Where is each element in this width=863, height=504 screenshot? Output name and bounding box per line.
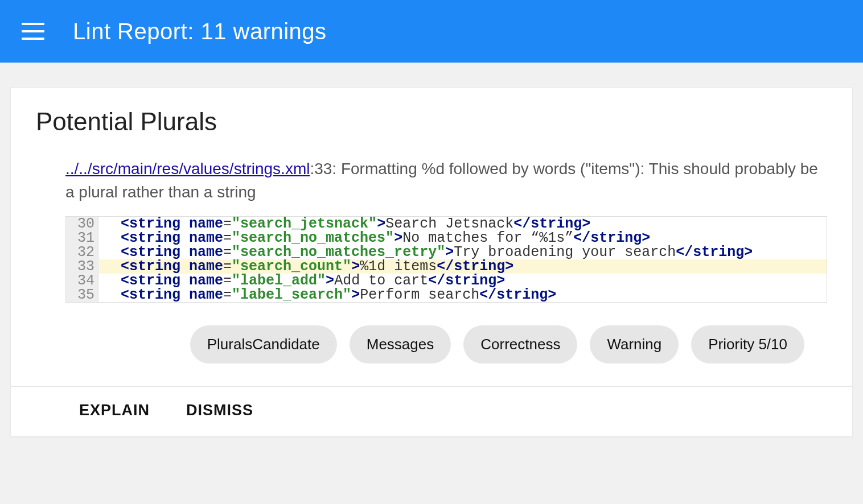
code-content: <string name="search_count">%1d items</s… xyxy=(99,259,513,274)
code-content: <string name="search_no_matches_retry">T… xyxy=(99,245,753,259)
code-line: 34<string name="label_add">Add to cart</… xyxy=(66,274,827,288)
card-title: Potential Plurals xyxy=(36,108,827,136)
menu-icon[interactable] xyxy=(22,23,44,40)
line-number: 33 xyxy=(66,259,99,274)
line-number: 32 xyxy=(66,245,99,259)
tag-chip[interactable]: Messages xyxy=(350,325,451,363)
file-link[interactable]: ../../src/main/res/values/strings.xml xyxy=(65,160,310,177)
card-actions: EXPLAIN DISMISS xyxy=(11,386,852,436)
tag-chip[interactable]: Correctness xyxy=(463,325,577,363)
line-ref: :33: xyxy=(310,160,340,177)
code-line: 33<string name="search_count">%1d items<… xyxy=(66,259,827,274)
lint-message: ../../src/main/res/values/strings.xml:33… xyxy=(36,158,827,204)
tag-chip[interactable]: Warning xyxy=(590,325,679,363)
code-line: 31<string name="search_no_matches">No ma… xyxy=(66,231,827,245)
code-snippet: 30<string name="search_jetsnack">Search … xyxy=(65,216,827,303)
code-line: 32<string name="search_no_matches_retry"… xyxy=(66,245,827,259)
lint-card: Potential Plurals ../../src/main/res/val… xyxy=(10,88,853,437)
code-line: 35<string name="label_search">Perform se… xyxy=(66,288,827,302)
tag-chip[interactable]: Priority 5/10 xyxy=(691,325,804,363)
dismiss-button[interactable]: DISMISS xyxy=(186,402,253,419)
tag-chip[interactable]: PluralsCandidate xyxy=(190,325,337,363)
code-content: <string name="label_search">Perform sear… xyxy=(99,288,556,302)
page-body: Potential Plurals ../../src/main/res/val… xyxy=(0,63,863,437)
code-content: <string name="search_no_matches">No matc… xyxy=(99,231,650,245)
line-number: 34 xyxy=(66,274,99,288)
page-title: Lint Report: 11 warnings xyxy=(73,19,327,44)
line-number: 31 xyxy=(66,231,99,245)
app-header: Lint Report: 11 warnings xyxy=(0,0,863,63)
code-line: 30<string name="search_jetsnack">Search … xyxy=(66,217,827,231)
code-content: <string name="label_add">Add to cart</st… xyxy=(99,274,505,288)
line-number: 30 xyxy=(66,217,99,231)
tag-chips-row: PluralsCandidateMessagesCorrectnessWarni… xyxy=(36,325,827,363)
explain-button[interactable]: EXPLAIN xyxy=(79,402,150,419)
line-number: 35 xyxy=(66,288,99,302)
code-content: <string name="search_jetsnack">Search Je… xyxy=(99,217,590,231)
